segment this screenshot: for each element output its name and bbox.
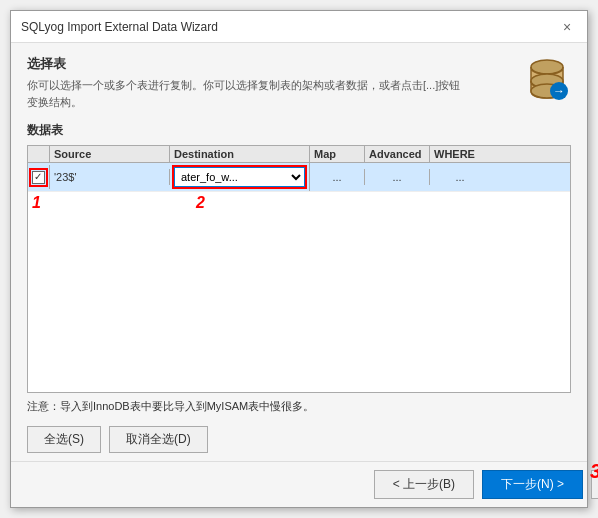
table-row: '23$' ater_fo_w... ... ...: [28, 163, 570, 192]
col-header-dest: Destination: [170, 146, 310, 162]
footer-note: 注意：导入到InnoDB表中要比导入到MyISAM表中慢很多。: [27, 399, 571, 414]
deselect-all-button[interactable]: 取消全选(D): [109, 426, 208, 453]
destination-select[interactable]: ater_fo_w...: [174, 167, 305, 187]
database-icon: →: [523, 55, 571, 103]
table-header-row: Source Destination Map Advanced WHERE: [28, 146, 570, 163]
description-line2: 变换结构。: [27, 94, 513, 111]
row-checkbox[interactable]: [32, 171, 45, 184]
header-text: 选择表 你可以选择一个或多个表进行复制。你可以选择复制表的架构或者数据，或者点击…: [27, 55, 513, 110]
row-map-cell[interactable]: ...: [310, 169, 365, 185]
next-button[interactable]: 下一步(N) >: [482, 470, 583, 499]
title-bar: SQLyog Import External Data Wizard ×: [11, 11, 587, 43]
row-dest-cell[interactable]: ater_fo_w...: [170, 163, 310, 191]
dialog-window: SQLyog Import External Data Wizard × 选择表…: [10, 10, 588, 508]
cancel-button[interactable]: 取消: [591, 470, 598, 499]
col-header-map: Map: [310, 146, 365, 162]
where-dots-button[interactable]: ...: [455, 171, 464, 183]
dialog-content: 选择表 你可以选择一个或多个表进行复制。你可以选择复制表的架构或者数据，或者点击…: [11, 43, 587, 426]
footer-note-text: 注意：导入到InnoDB表中要比导入到MyISAM表中慢很多。: [27, 400, 314, 412]
source-value: '23$': [54, 171, 77, 183]
header-section: 选择表 你可以选择一个或多个表进行复制。你可以选择复制表的架构或者数据，或者点击…: [27, 55, 571, 110]
nav-buttons-row: < 上一步(B) 下一步(N) > 取消 3: [11, 461, 587, 507]
annotation-1: 1: [32, 194, 41, 211]
svg-text:→: →: [553, 84, 565, 98]
col-header-check: [28, 146, 50, 162]
row-source-cell: '23$': [50, 169, 170, 185]
row-advanced-cell[interactable]: ...: [365, 169, 430, 185]
advanced-dots-button[interactable]: ...: [392, 171, 401, 183]
back-button[interactable]: < 上一步(B): [374, 470, 474, 499]
table-section-label: 数据表: [27, 122, 571, 139]
row-check-cell: [28, 165, 50, 189]
section-title: 选择表: [27, 55, 513, 73]
window-title: SQLyog Import External Data Wizard: [21, 20, 218, 34]
map-dots-button[interactable]: ...: [332, 171, 341, 183]
col-header-advanced: Advanced: [365, 146, 430, 162]
row-where-cell[interactable]: ...: [430, 169, 490, 185]
select-all-button[interactable]: 全选(S): [27, 426, 101, 453]
description-line1: 你可以选择一个或多个表进行复制。你可以选择复制表的架构或者数据，或者点击[...…: [27, 77, 513, 94]
col-header-where: WHERE: [430, 146, 490, 162]
annotation-2: 2: [196, 194, 205, 211]
action-buttons-row: 全选(S) 取消全选(D): [11, 426, 587, 453]
close-button[interactable]: ×: [557, 17, 577, 37]
col-header-source: Source: [50, 146, 170, 162]
data-table: Source Destination Map Advanced WHERE '2…: [27, 145, 571, 393]
